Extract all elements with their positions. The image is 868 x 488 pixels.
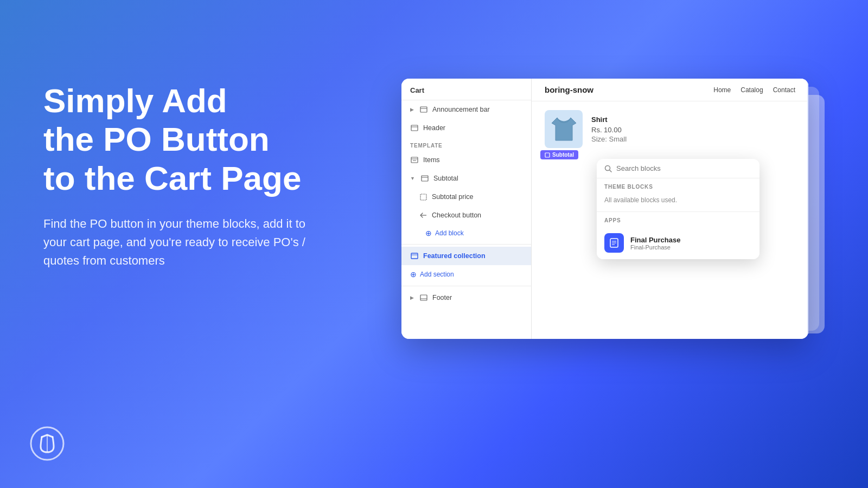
sidebar-item-label: Footer — [432, 294, 452, 301]
subtotal-price-icon — [419, 192, 427, 201]
svg-rect-11 — [420, 194, 426, 200]
ui-wrapper: Cart ▶ Announcement bar Header TEMPLATE — [401, 79, 814, 355]
subtotal-badge: Subtotal — [540, 150, 578, 159]
svg-rect-6 — [411, 157, 418, 163]
items-icon — [410, 156, 419, 164]
store-header: boring-snow Home Catalog Contact — [532, 79, 808, 101]
product-price: Rs. 10.00 — [591, 126, 627, 134]
sidebar-item-subtotal-price[interactable]: Subtotal price — [401, 188, 531, 206]
sidebar-item-label: Checkout button — [432, 211, 481, 219]
sidebar-item-label: Items — [423, 156, 440, 164]
app-subtitle: Final-Purchase — [630, 244, 680, 251]
add-block-label: Add block — [435, 229, 464, 237]
search-blocks-panel: THEME BLOCKS All available blocks used. … — [597, 159, 760, 259]
template-section-label: TEMPLATE — [401, 137, 531, 151]
headline: Simply Add the PO Button to the Cart Pag… — [43, 81, 326, 197]
svg-rect-15 — [420, 295, 427, 300]
add-section-label: Add section — [420, 271, 454, 278]
checkout-icon — [419, 211, 427, 220]
main-panel: Cart ▶ Announcement bar Header TEMPLATE — [401, 79, 808, 339]
cart-item-row: Shirt Rs. 10.00 Size: Small — [532, 101, 808, 157]
chevron-right-icon: ▶ — [410, 107, 414, 112]
product-name: Shirt — [591, 115, 627, 124]
search-input-wrap[interactable] — [597, 159, 760, 178]
store-nav: Home Catalog Contact — [713, 86, 795, 94]
sidebar-item-featured[interactable]: Featured collection — [401, 247, 531, 265]
preview-area: boring-snow Home Catalog Contact S — [532, 79, 808, 339]
announcement-icon — [419, 105, 428, 114]
sidebar-item-checkout[interactable]: Checkout button — [401, 206, 531, 224]
sidebar-item-label: Announcement bar — [432, 106, 490, 113]
sidebar-item-label: Subtotal — [433, 175, 458, 182]
search-blocks-input[interactable] — [616, 164, 752, 172]
sidebar-item-announcement[interactable]: ▶ Announcement bar — [401, 100, 531, 119]
sidebar-title: Cart — [401, 79, 531, 100]
store-name: boring-snow — [545, 85, 593, 94]
sidebar-item-label: Subtotal price — [432, 193, 473, 201]
logo — [30, 426, 65, 461]
featured-icon — [410, 252, 419, 260]
sidebar-item-header[interactable]: Header — [401, 119, 531, 137]
product-image — [545, 110, 583, 148]
left-panel: Simply Add the PO Button to the Cart Pag… — [43, 81, 326, 270]
add-section-button[interactable]: ⊕ Add section — [401, 265, 531, 284]
app-name: Final Purchase — [630, 236, 680, 244]
sidebar: Cart ▶ Announcement bar Header TEMPLATE — [401, 79, 532, 339]
chevron-right-icon-2: ▶ — [410, 295, 414, 300]
body-text: Find the PO button in your theme blocks,… — [43, 215, 315, 270]
svg-rect-4 — [411, 125, 418, 131]
svg-rect-13 — [411, 253, 418, 259]
plus-circle-icon-2: ⊕ — [410, 270, 417, 279]
nav-home: Home — [713, 86, 731, 94]
subtotal-badge-text: Subtotal — [552, 152, 574, 158]
svg-rect-2 — [420, 107, 427, 112]
theme-blocks-label: THEME BLOCKS — [597, 178, 760, 193]
app-details: Final Purchase Final-Purchase — [630, 236, 680, 251]
divider — [401, 244, 531, 245]
subtotal-icon — [420, 174, 429, 183]
plus-circle-icon: ⊕ — [425, 229, 432, 237]
header-icon — [410, 124, 419, 132]
product-size: Size: Small — [591, 135, 627, 143]
chevron-down-icon: ▼ — [410, 176, 415, 181]
theme-blocks-empty: All available blocks used. — [597, 193, 760, 211]
sidebar-item-items[interactable]: Items — [401, 151, 531, 169]
nav-catalog: Catalog — [741, 86, 763, 94]
divider-2 — [401, 286, 531, 286]
nav-contact: Contact — [773, 86, 795, 94]
footer-icon — [419, 293, 428, 302]
app-icon — [604, 233, 624, 253]
svg-rect-9 — [422, 176, 428, 181]
sidebar-item-subtotal[interactable]: ▼ Subtotal — [401, 169, 531, 188]
product-details: Shirt Rs. 10.00 Size: Small — [591, 115, 627, 143]
grid-line — [807, 79, 808, 339]
sidebar-item-label: Featured collection — [423, 252, 486, 260]
apps-label: APPS — [597, 212, 760, 227]
svg-line-19 — [610, 170, 612, 172]
sidebar-item-footer[interactable]: ▶ Footer — [401, 288, 531, 307]
svg-rect-17 — [545, 153, 550, 157]
search-icon — [604, 165, 612, 172]
add-block-button[interactable]: ⊕ Add block — [401, 224, 531, 242]
app-item-final-purchase[interactable]: Final Purchase Final-Purchase — [597, 227, 760, 259]
sidebar-item-label: Header — [423, 124, 445, 132]
